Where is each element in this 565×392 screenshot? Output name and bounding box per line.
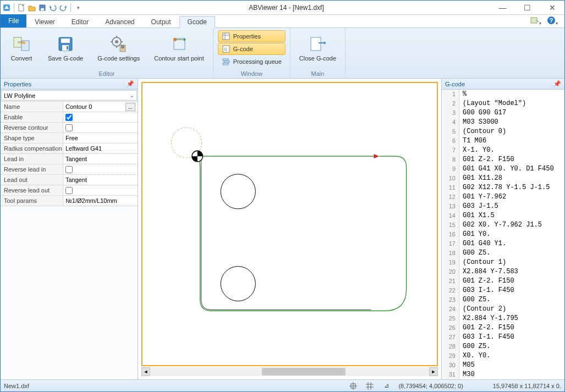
property-value[interactable]: Tangent <box>63 154 138 164</box>
help-icon[interactable]: ?▾ <box>547 16 558 26</box>
convert-button[interactable]: G01 Convert <box>5 33 38 64</box>
gcode-line-text: G01 G40 Y1. <box>459 239 506 249</box>
property-checkbox[interactable] <box>65 166 73 173</box>
property-browse-button[interactable]: ... <box>125 103 135 111</box>
snap-icon[interactable] <box>349 382 358 390</box>
property-label: Radius compensation <box>1 143 63 153</box>
gcode-toggle-button[interactable]: G G-code <box>218 43 286 55</box>
scroll-left-button[interactable]: ◄ <box>141 367 150 376</box>
properties-toggle-button[interactable]: Properties <box>218 30 286 42</box>
gcode-line[interactable]: 8G01 Z-2. F150 <box>442 155 564 164</box>
svg-rect-4 <box>531 18 537 23</box>
gcode-line[interactable]: 11G02 X12.78 Y-1.5 J-1.5 <box>442 183 564 192</box>
save-gcode-button[interactable]: Save G-code <box>43 33 87 64</box>
gcode-line[interactable]: 14G01 X1.5 <box>442 211 564 220</box>
property-input[interactable] <box>65 103 125 110</box>
object-type-select[interactable]: LW Polyline <box>1 90 137 101</box>
status-coords: (8,739454; 4,006502; 0) <box>398 383 463 389</box>
gcode-line-text: G01 Y0. <box>459 230 490 239</box>
gcode-line[interactable]: 30M05 <box>442 361 564 370</box>
gcode-line[interactable]: 15G02 X0. Y-7.962 J1.5 <box>442 220 564 230</box>
gcode-line-number: 23 <box>442 295 459 305</box>
property-value[interactable]: Leftward G41 <box>63 143 138 153</box>
property-value[interactable]: Tangent <box>63 175 138 185</box>
gcode-line[interactable]: 16G01 Y0. <box>442 230 564 239</box>
gcode-line[interactable]: 4M03 S3000 <box>442 118 564 127</box>
gcode-line-number: 17 <box>442 239 459 249</box>
gcode-line[interactable]: 7X-1. Y0. <box>442 146 564 155</box>
gcode-line-number: 11 <box>442 183 459 192</box>
property-value[interactable] <box>63 112 138 122</box>
gcode-line[interactable]: 5(Contour 0) <box>442 127 564 136</box>
gcode-line[interactable]: 1% <box>442 90 564 99</box>
open-icon[interactable] <box>28 3 36 12</box>
maximize-button[interactable]: ☐ <box>515 1 540 15</box>
gcode-line[interactable]: 18G00 Z5. <box>442 249 564 258</box>
grid-icon[interactable] <box>365 382 374 390</box>
gcode-line[interactable]: 3G00 G90 G17 <box>442 108 564 118</box>
property-value[interactable]: №1/Ø2mm/L10mm <box>63 196 138 206</box>
gcode-line-number: 14 <box>442 211 459 220</box>
svg-rect-30 <box>224 61 229 63</box>
new-icon[interactable] <box>17 3 26 12</box>
gcode-line[interactable]: 27G03 I-1. F450 <box>442 333 564 342</box>
canvas[interactable] <box>141 82 438 366</box>
close-button[interactable]: ✕ <box>540 1 564 15</box>
tab-viewer[interactable]: Viewer <box>26 15 63 27</box>
gcode-line[interactable]: 23G00 Z5. <box>442 295 564 305</box>
gcode-line[interactable]: 22G03 I-1. F450 <box>442 286 564 295</box>
property-value[interactable]: Free <box>63 133 138 143</box>
gcode-panel-header: G-code 📌 <box>442 79 564 90</box>
gcode-line[interactable]: 6T1 M06 <box>442 136 564 146</box>
gcode-line-number: 19 <box>442 258 459 267</box>
property-checkbox[interactable] <box>65 124 73 131</box>
close-gcode-button[interactable]: Close G-code <box>295 33 341 64</box>
pin-icon[interactable]: 📌 <box>127 80 134 87</box>
property-value[interactable]: ... <box>63 102 138 112</box>
pin-icon[interactable]: 📌 <box>553 80 561 87</box>
gcode-line[interactable]: 17G01 G40 Y1. <box>442 239 564 249</box>
property-checkbox[interactable] <box>65 114 73 121</box>
gcode-line[interactable]: 25X2.884 Y-1.795 <box>442 314 564 323</box>
gcode-line[interactable]: 29X0. Y0. <box>442 351 564 361</box>
property-value[interactable] <box>63 164 138 174</box>
status-size: 15,97458 x 11,82714 x 0. <box>493 383 561 389</box>
gcode-line[interactable]: 28G00 Z5. <box>442 342 564 351</box>
tab-output[interactable]: Output <box>143 15 179 27</box>
property-value[interactable] <box>63 185 138 195</box>
gcode-line[interactable]: 21G01 Z-2. F150 <box>442 277 564 286</box>
gcode-listing[interactable]: 1%2(Layout "Model")3G00 G90 G174M03 S300… <box>442 90 564 379</box>
gcode-settings-button[interactable]: G-code settings <box>93 33 144 64</box>
tab-advanced[interactable]: Advanced <box>97 15 142 27</box>
gcode-line[interactable]: 12G01 Y-7.962 <box>442 192 564 202</box>
scroll-right-button[interactable]: ► <box>429 367 438 376</box>
gcode-line[interactable]: 9G01 G41 X0. Y0. D1 F450 <box>442 164 564 174</box>
style-icon[interactable]: ▾ <box>530 16 541 26</box>
gcode-line[interactable]: 31M30 <box>442 370 564 379</box>
horizontal-scrollbar[interactable]: ◄ ► <box>141 367 438 376</box>
quick-access-dropdown-icon[interactable]: ▾ <box>74 3 83 12</box>
processing-queue-button[interactable]: Processing queue <box>218 56 286 68</box>
file-tab[interactable]: File <box>1 14 26 27</box>
redo-icon[interactable] <box>59 3 68 12</box>
gcode-line[interactable]: 2(Layout "Model") <box>442 99 564 108</box>
ortho-icon[interactable]: ⊿ <box>382 382 391 390</box>
undo-icon[interactable] <box>48 3 57 12</box>
property-value[interactable] <box>63 123 138 132</box>
tab-editor[interactable]: Editor <box>63 15 97 27</box>
gcode-line[interactable]: 20X2.884 Y-7.583 <box>442 267 564 277</box>
app-icon[interactable] <box>2 3 11 12</box>
tab-gcode[interactable]: Gcode <box>179 16 215 28</box>
gcode-line[interactable]: 19(Contour 1) <box>442 258 564 267</box>
gcode-line-text: M30 <box>459 370 475 379</box>
gcode-line[interactable]: 26G01 Z-2. F150 <box>442 323 564 333</box>
gcode-line[interactable]: 24(Contour 2) <box>442 305 564 314</box>
svg-rect-18 <box>111 41 113 42</box>
gcode-line[interactable]: 13G03 J-1.5 <box>442 202 564 211</box>
property-checkbox[interactable] <box>65 187 73 194</box>
minimize-button[interactable]: — <box>490 1 515 15</box>
scroll-thumb[interactable] <box>262 368 345 376</box>
contour-start-point-button[interactable]: Contour start point <box>150 33 209 64</box>
gcode-line[interactable]: 10G01 X11.28 <box>442 174 564 183</box>
save-icon[interactable] <box>38 3 47 12</box>
